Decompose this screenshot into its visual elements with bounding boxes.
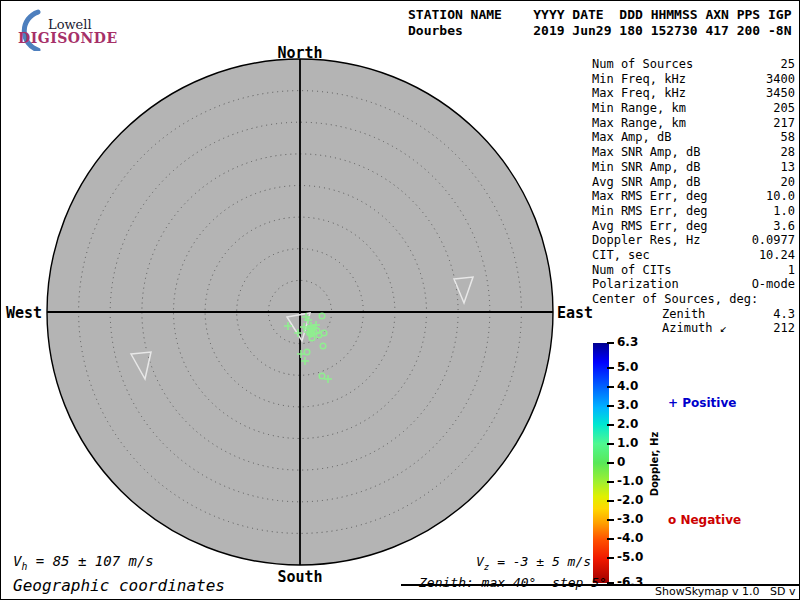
stats-row: Min Range, km205 xyxy=(592,101,795,116)
legend-negative: o Negative xyxy=(668,513,741,527)
stats-row: Avg RMS Err, deg3.6 xyxy=(592,219,795,234)
stats-label: Center of Sources, deg: xyxy=(592,292,758,307)
colorbar-tick-label: 4.0 xyxy=(617,379,638,393)
stats-row: Max RMS Err, deg10.0 xyxy=(592,189,795,204)
compass-west-label: West xyxy=(1,304,42,322)
stats-label: Max Freq, kHz xyxy=(592,86,686,101)
colorbar-tick-mark xyxy=(607,342,614,344)
legend-positive-label: Positive xyxy=(682,396,736,410)
colorbar-tick-label: -5.0 xyxy=(617,550,643,564)
stats-value: 20 xyxy=(781,175,795,190)
stats-row: Min SNR Amp, dB13 xyxy=(592,160,795,175)
stats-row: Min RMS Err, deg1.0 xyxy=(592,204,795,219)
stats-row: Max SNR Amp, dB28 xyxy=(592,145,795,160)
colorbar-tick-mark xyxy=(607,557,614,559)
stats-label: Min RMS Err, deg xyxy=(592,204,708,219)
stats-value: 212 xyxy=(773,321,795,336)
legend-negative-label: Negative xyxy=(680,513,741,527)
stats-row: Min Freq, kHz3400 xyxy=(592,72,795,87)
plus-marker-icon: + xyxy=(668,396,678,410)
stats-row: Num of CITs1 xyxy=(592,263,795,278)
stats-label: Max Range, km xyxy=(592,116,686,131)
stats-value: 1 xyxy=(788,263,795,278)
stats-label: Min Range, km xyxy=(592,101,686,116)
legend-positive: + Positive xyxy=(668,396,736,410)
stats-value: 3.6 xyxy=(773,219,795,234)
stats-panel: Num of Sources25Min Freq, kHz3400Max Fre… xyxy=(592,57,795,336)
stats-label: Num of CITs xyxy=(592,263,671,278)
colorbar-tick-mark xyxy=(607,538,614,540)
stats-value: 4.3 xyxy=(773,307,795,322)
stats-row: Zenith4.3 xyxy=(592,307,795,322)
colorbar-tick-label: -3.0 xyxy=(617,512,643,526)
stats-value: O-mode xyxy=(752,277,795,292)
stats-row: PolarizationO-mode xyxy=(592,277,795,292)
stats-row: Max Range, km217 xyxy=(592,116,795,131)
stats-label: Avg RMS Err, deg xyxy=(592,219,708,234)
vz-value: = -3 ± 5 m/s xyxy=(489,554,591,569)
stats-value: 0.0977 xyxy=(752,233,795,248)
stats-value: 10.24 xyxy=(759,248,795,263)
colorbar-tick-mark xyxy=(607,519,614,521)
stats-value: 10.0 xyxy=(766,189,795,204)
stats-row: Max Amp, dB58 xyxy=(592,130,795,145)
vz-symbol: V xyxy=(476,554,484,569)
compass-north-label: North xyxy=(277,44,322,62)
compass-east-label: East xyxy=(557,304,593,322)
colorbar-tick-label: -2.0 xyxy=(617,493,643,507)
vh-value: = 85 ± 107 m/s xyxy=(27,553,153,569)
colorbar-tick-mark xyxy=(607,386,614,388)
software-version-label: ShowSkymap v 1.0 SD v 5.1 xyxy=(655,585,800,598)
stats-label: Max RMS Err, deg xyxy=(592,189,708,204)
colorbar-tick-label: 5.0 xyxy=(617,360,638,374)
stats-row: Num of Sources25 xyxy=(592,57,795,72)
stats-label: Doppler Res, Hz xyxy=(592,233,700,248)
stats-label: Azimuth ↙ xyxy=(592,321,727,336)
stats-label: Zenith xyxy=(592,307,705,322)
skymap-window: Lowell DIGISONDE STATION NAME YYYY DATE … xyxy=(0,0,800,600)
colorbar-tick-label: -4.0 xyxy=(617,531,643,545)
colorbar-tick-label: 3.0 xyxy=(617,398,638,412)
stats-label: Polarization xyxy=(592,277,679,292)
colorbar-tick-label: -1.0 xyxy=(617,474,643,488)
circle-marker-icon: o xyxy=(668,513,676,527)
stats-value: 58 xyxy=(781,130,795,145)
stats-label: Max SNR Amp, dB xyxy=(592,145,700,160)
zenith-scale-label: Zenith: max 40° step 5° xyxy=(419,575,607,590)
stats-label: Min Freq, kHz xyxy=(592,72,686,87)
stats-label: Min SNR Amp, dB xyxy=(592,160,700,175)
stats-row: Center of Sources, deg: xyxy=(592,292,795,307)
stats-value: 13 xyxy=(781,160,795,175)
colorbar-tick-mark xyxy=(607,424,614,426)
horizontal-velocity-readout: Vh = 85 ± 107 m/s xyxy=(13,553,154,572)
colorbar-axis-label: Doppler, Hz xyxy=(649,432,660,497)
stats-row: CIT, sec10.24 xyxy=(592,248,795,263)
stats-row: Avg SNR Amp, dB20 xyxy=(592,175,795,190)
colorbar-tick-mark xyxy=(607,462,614,464)
stats-label: Max Amp, dB xyxy=(592,130,671,145)
colorbar-tick-mark xyxy=(607,367,614,369)
colorbar-tick-label: 2.0 xyxy=(617,417,638,431)
stats-label: Avg SNR Amp, dB xyxy=(592,175,700,190)
stats-value: 3450 xyxy=(766,86,795,101)
colorbar-tick-label: 0 xyxy=(617,455,625,469)
colorbar-tick-mark xyxy=(607,481,614,483)
stats-value: 28 xyxy=(781,145,795,160)
stats-value: 1.0 xyxy=(773,204,795,219)
colorbar-tick-mark xyxy=(607,500,614,502)
vertical-velocity-readout: Vz = -3 ± 5 m/s xyxy=(476,554,591,572)
colorbar-tick-mark xyxy=(607,443,614,445)
stats-label: Num of Sources xyxy=(592,57,693,72)
stats-row: Doppler Res, Hz0.0977 xyxy=(592,233,795,248)
stats-row: Azimuth ↙212 xyxy=(592,321,795,336)
colorbar-tick-mark xyxy=(607,405,614,407)
compass-south-label: South xyxy=(277,568,322,586)
stats-value: 217 xyxy=(773,116,795,131)
stats-value: 25 xyxy=(781,57,795,72)
colorbar-tick-label: 6.3 xyxy=(617,335,638,349)
stats-value: 205 xyxy=(773,101,795,116)
stats-label: CIT, sec xyxy=(592,248,650,263)
stats-row: Max Freq, kHz3450 xyxy=(592,86,795,101)
coordinate-system-label: Geographic coordinates xyxy=(13,576,225,595)
stats-value: 3400 xyxy=(766,72,795,87)
